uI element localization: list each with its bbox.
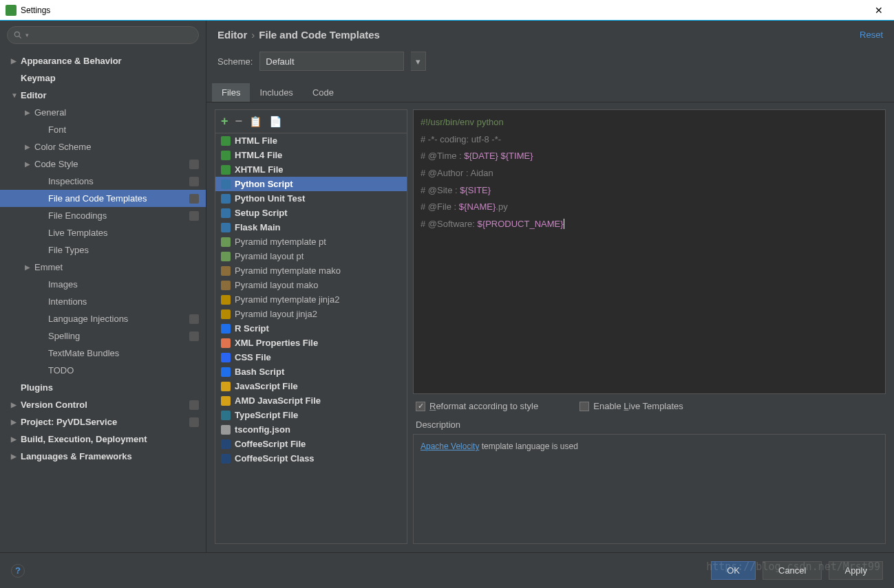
tree-item[interactable]: Spelling [0,327,206,345]
file-type-icon [221,411,231,420]
scheme-label: Scheme: [217,56,253,67]
template-editor[interactable]: #!/usr/bin/env python# -*- coding: utf-8… [413,109,886,394]
tree-item[interactable]: Intentions [0,293,206,310]
help-icon[interactable]: ? [11,564,25,578]
tabs: FilesIncludesCode [206,83,894,102]
tree-item[interactable]: ▶Version Control [0,396,206,413]
file-type-icon [221,295,231,305]
velocity-link[interactable]: Apache Velocity [421,442,479,451]
template-item[interactable]: XML Properties File [215,336,407,350]
project-badge-icon [189,400,199,410]
titlebar: Settings ✕ [0,0,894,21]
file-type-icon [221,338,231,348]
tab-includes[interactable]: Includes [250,83,302,102]
template-list-panel: + − 📋 📄 HTML FileHTML4 FileXHTML FilePyt… [215,109,407,544]
reformat-checkbox[interactable]: ✓ Reformat according to style [416,401,538,411]
tree-item[interactable]: Keymap [0,69,206,87]
tree-item[interactable]: ▶Code Style [0,155,206,173]
description-label: Description [413,418,886,434]
template-item[interactable]: Pyramid mytemplate pt [215,235,407,249]
file-type-icon [221,194,231,204]
template-item[interactable]: JavaScript File [215,379,407,393]
file-type-icon [221,223,231,232]
cancel-button[interactable]: Cancel [763,561,822,580]
template-item[interactable]: Bash Script [215,364,407,379]
project-badge-icon [189,177,199,186]
file-type-icon [221,208,231,218]
template-item[interactable]: CoffeeScript File [215,437,407,451]
window-title: Settings [21,6,869,15]
file-type-icon [221,281,231,290]
template-list[interactable]: HTML FileHTML4 FileXHTML FilePython Scri… [215,133,407,543]
tree-item[interactable]: Language Injections [0,310,206,327]
tree-item[interactable]: File Types [0,241,206,259]
tree-item[interactable]: File Encodings [0,207,206,224]
settings-tree[interactable]: ▶Appearance & BehaviorKeymap▼Editor▶Gene… [0,50,206,552]
app-icon [6,5,17,16]
template-item[interactable]: TypeScript File [215,408,407,422]
tree-item[interactable]: Live Templates [0,224,206,241]
search-input[interactable]: ▾ [7,26,199,44]
template-item[interactable]: R Script [215,321,407,336]
project-badge-icon [189,331,199,341]
add-icon[interactable]: + [221,114,228,129]
remove-icon[interactable]: − [235,114,243,129]
tab-files[interactable]: Files [212,83,250,102]
file-type-icon [221,367,231,377]
template-item[interactable]: AMD JavaScript File [215,393,407,408]
scheme-dropdown-icon[interactable]: ▾ [411,52,426,71]
file-type-icon [221,353,231,362]
ok-button[interactable]: OK [711,561,756,580]
project-badge-icon [189,314,199,324]
template-item[interactable]: CSS File [215,350,407,364]
template-item[interactable]: Python Script [215,177,407,191]
template-item[interactable]: tsconfig.json [215,422,407,437]
template-item[interactable]: CoffeeScript Class [215,451,407,466]
description-box: Apache Velocity template language is use… [413,434,886,544]
file-type-icon [221,151,231,160]
paste-icon[interactable]: 📄 [269,116,282,128]
tab-code[interactable]: Code [303,83,343,102]
template-item[interactable]: Pyramid layout mako [215,278,407,292]
tree-item[interactable]: Inspections [0,173,206,190]
search-icon [13,30,23,40]
template-item[interactable]: Setup Script [215,206,407,220]
template-item[interactable]: HTML File [215,133,407,148]
template-item[interactable]: Pyramid layout jinja2 [215,307,407,321]
tree-item[interactable]: Images [0,276,206,293]
tree-item[interactable]: ▶Project: PyVDLService [0,413,206,431]
tree-item[interactable]: ▼Editor [0,87,206,104]
tree-item[interactable]: ▶General [0,104,206,121]
tree-item[interactable]: ▶Build, Execution, Deployment [0,431,206,448]
file-type-icon [221,266,231,276]
project-badge-icon [189,194,199,204]
tree-item[interactable]: ▶Color Scheme [0,138,206,155]
project-badge-icon [189,211,199,221]
apply-button[interactable]: Apply [829,561,883,580]
tree-item[interactable]: Font [0,121,206,138]
template-item[interactable]: Flask Main [215,220,407,235]
tree-item[interactable]: TODO [0,362,206,379]
template-item[interactable]: Pyramid mytemplate mako [215,263,407,278]
tree-item[interactable]: ▶Appearance & Behavior [0,52,206,69]
template-item[interactable]: Python Unit Test [215,191,407,206]
tree-item[interactable]: TextMate Bundles [0,345,206,362]
tree-item[interactable]: ▶Languages & Frameworks [0,448,206,465]
file-type-icon [221,454,231,464]
template-item[interactable]: Pyramid mytemplate jinja2 [215,292,407,307]
live-templates-checkbox[interactable]: Enable Live Templates [579,401,683,411]
tree-item[interactable]: File and Code Templates [0,190,206,207]
template-item[interactable]: Pyramid layout pt [215,249,407,263]
file-type-icon [221,179,231,189]
close-icon[interactable]: ✕ [869,2,888,19]
template-item[interactable]: XHTML File [215,162,407,177]
copy-icon[interactable]: 📋 [249,116,262,128]
reset-link[interactable]: Reset [860,30,883,40]
file-type-icon [221,252,231,261]
template-item[interactable]: HTML4 File [215,148,407,162]
tree-item[interactable]: Plugins [0,379,206,396]
file-type-icon [221,136,231,146]
tree-item[interactable]: ▶Emmet [0,259,206,276]
file-type-icon [221,425,231,435]
scheme-select[interactable]: Default [259,52,404,71]
